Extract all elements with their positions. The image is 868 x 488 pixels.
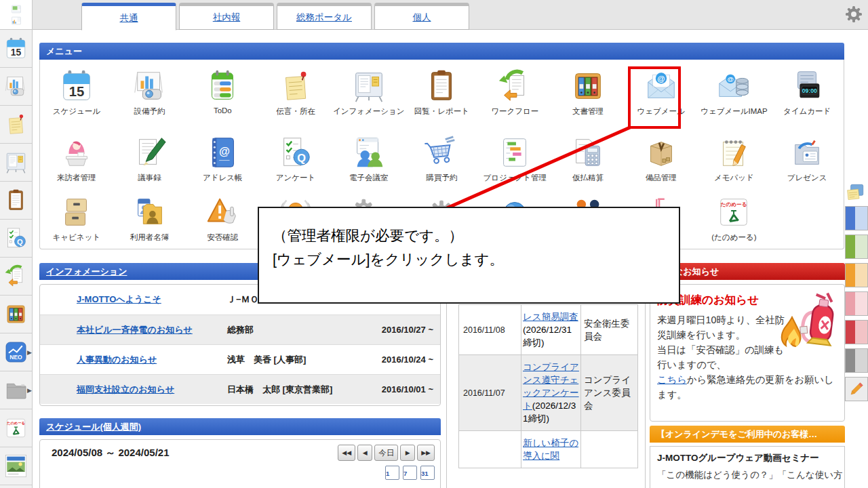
tab-2[interactable]: 社内報: [179, 3, 274, 30]
menu-item-userlist[interactable]: 利用者名簿: [113, 194, 186, 243]
menu-item-project[interactable]: プロジェクト管理: [478, 134, 551, 183]
svg-text:15: 15: [69, 84, 85, 99]
menu-item-presence[interactable]: プレゼンス: [770, 134, 844, 183]
survey-link[interactable]: 新しい椅子の導入に関: [523, 438, 578, 461]
menu-item-infoboard[interactable]: インフォメーション: [332, 68, 406, 117]
sidebar-item-report[interactable]: [0, 182, 32, 220]
tab-4[interactable]: 個人: [374, 3, 469, 30]
sidebar-item-schedule[interactable]: 15: [0, 30, 32, 68]
sidebar-item-facility[interactable]: [0, 68, 32, 106]
menu-item-workflow[interactable]: ワークフロー: [478, 68, 551, 117]
menu-item-timecard[interactable]: 09:00タイムカード: [770, 68, 844, 117]
notice-body-line: こちらから緊急連絡先の更新をお願いします。: [657, 372, 839, 402]
survey-icon: Q: [277, 134, 314, 171]
svg-text:15: 15: [11, 47, 22, 58]
schedule-header-link[interactable]: スケジュール(個人週間): [46, 422, 141, 432]
survey-date: [459, 431, 521, 468]
info-row-link[interactable]: 福岡支社設立のお知らせ: [77, 384, 227, 396]
menu-item-label: 設備予約: [134, 106, 165, 117]
survey-org: [581, 431, 638, 468]
nav-next-button[interactable]: ▶: [400, 445, 415, 461]
minutes-icon: [132, 134, 168, 171]
month-view-button[interactable]: 31: [420, 466, 435, 480]
emergency-contact-link[interactable]: こちら: [657, 374, 687, 385]
menu-item-tanomeru[interactable]: たのめーる(たのめーる): [698, 194, 771, 243]
right-tab-green[interactable]: [845, 235, 868, 259]
right-tab-pencil[interactable]: [845, 377, 868, 401]
svg-text:たのめーる: たのめーる: [7, 421, 25, 426]
menu-item-facility[interactable]: 設備予約: [113, 68, 186, 117]
settings-gear-icon[interactable]: [845, 5, 863, 23]
right-tab-blue[interactable]: [845, 206, 868, 230]
right-tab-gray[interactable]: [845, 348, 868, 373]
svg-text:09:00: 09:00: [802, 87, 817, 94]
sidebar-item-survey[interactable]: Q: [0, 220, 32, 258]
tab-1[interactable]: 共通: [81, 3, 176, 30]
sidebar-item-docmgmt[interactable]: [0, 296, 32, 333]
todo-icon: [204, 68, 241, 104]
menu-item-address[interactable]: @アドレス帳: [186, 134, 259, 183]
survey-deadline: (2026/12/31締切): [523, 325, 572, 348]
menu-item-label: 購買予約: [426, 173, 457, 183]
week-view-button[interactable]: 7: [403, 466, 417, 480]
survey-link[interactable]: レス簡易調査: [523, 312, 578, 322]
nav-last-button[interactable]: ▶▶: [417, 445, 435, 461]
sidebar-item-tanomeru[interactable]: たのめーる: [0, 409, 32, 447]
schedule-date-range: 2024/05/08 ～ 2024/05/21: [52, 447, 169, 460]
tab-color-dark: [846, 321, 855, 344]
day-view-button[interactable]: 1: [385, 466, 399, 480]
layout-panels-icon[interactable]: [9, 4, 23, 14]
layout-chart-icon[interactable]: [9, 16, 23, 26]
right-tab-note-icon[interactable]: [845, 182, 865, 202]
nav-first-button[interactable]: ◀◀: [338, 445, 355, 461]
info-row-link[interactable]: J-MOTTOへようこそ: [77, 293, 227, 306]
right-tab-red[interactable]: [845, 320, 868, 344]
nav-today-button[interactable]: 今日: [374, 445, 398, 461]
notice-body-line: 行いますので、: [657, 357, 839, 372]
menu-item-visitor[interactable]: 来訪者管理: [40, 134, 113, 183]
survey-row: 2016/11/07コンプライアンス遵守チェックアンケート(2026/12/31…: [459, 355, 638, 431]
sidebar-item-neo[interactable]: NEO▶: [0, 333, 32, 371]
nav-prev-button[interactable]: ◀: [357, 445, 372, 461]
sidebar-item-folder[interactable]: ▶: [0, 371, 32, 409]
sidebar-item-photo[interactable]: [0, 447, 32, 485]
sidebar-item-message[interactable]: [0, 106, 32, 144]
menu-item-survey[interactable]: Qアンケート: [259, 134, 332, 183]
app-sidebar: 15QNEO▶▶たのめーる: [0, 30, 33, 488]
menu-item-minutes[interactable]: 議事録: [113, 134, 186, 183]
menu-item-expense[interactable]: 仮払精算: [551, 134, 625, 183]
menu-item-label: 文書管理: [572, 106, 604, 117]
menu-item-safety[interactable]: 安否確認: [186, 194, 259, 243]
expand-arrow-icon[interactable]: ▶: [27, 349, 32, 356]
tanomeru-icon: たのめーる: [715, 194, 752, 230]
portal-layout-switcher[interactable]: [0, 0, 33, 30]
sidebar-item-infoboard[interactable]: [0, 144, 32, 182]
menu-item-webmailimap[interactable]: @ウェブメールIMAP: [698, 68, 771, 117]
sidebar-item-workflow[interactable]: [0, 258, 32, 296]
right-tab-orange[interactable]: [845, 263, 868, 287]
menu-item-schedule[interactable]: 15スケジュール: [40, 68, 113, 117]
menu-item-message[interactable]: 伝言・所在: [259, 68, 332, 117]
menu-item-docmgmt[interactable]: 文書管理: [551, 68, 625, 117]
info-row: 福岡支社設立のお知らせ日本橋 太郎 [東京営業部]2016/10/01 ~: [40, 374, 440, 404]
info-row-link[interactable]: 本社ビル一斉停電のお知らせ: [77, 324, 227, 336]
menu-row-1: 15スケジュール設備予約ToDo伝言・所在インフォメーション回覧・レポートワーク…: [40, 68, 844, 117]
tab-color-dark: [846, 292, 855, 315]
menu-item-report[interactable]: 回覧・レポート: [406, 68, 479, 117]
tab-3[interactable]: 総務ポータル: [277, 3, 372, 30]
menu-item-cabinet[interactable]: キャビネット: [40, 194, 113, 243]
expand-arrow-icon[interactable]: ▶: [27, 387, 32, 394]
report-icon: [423, 68, 460, 104]
right-tab-pink[interactable]: [845, 291, 868, 316]
facility-icon: [3, 74, 28, 99]
menu-item-todo[interactable]: ToDo: [186, 68, 259, 117]
info-row-link[interactable]: 人事異動のお知らせ: [77, 354, 227, 366]
menu-item-equipment[interactable]: 備品管理: [625, 134, 698, 183]
menu-item-memo[interactable]: メモパッド: [698, 134, 771, 183]
menu-item-purchase[interactable]: 購買予約: [406, 134, 479, 183]
menu-item-conference[interactable]: 電子会議室: [332, 134, 406, 183]
message-icon: [3, 112, 28, 137]
information-header-link[interactable]: インフォメーション: [46, 266, 127, 277]
tab-color-dark: [846, 235, 855, 258]
info-row: 人事異動のお知らせ浅草 美香 [人事部]2016/10/24 ~: [40, 344, 440, 374]
